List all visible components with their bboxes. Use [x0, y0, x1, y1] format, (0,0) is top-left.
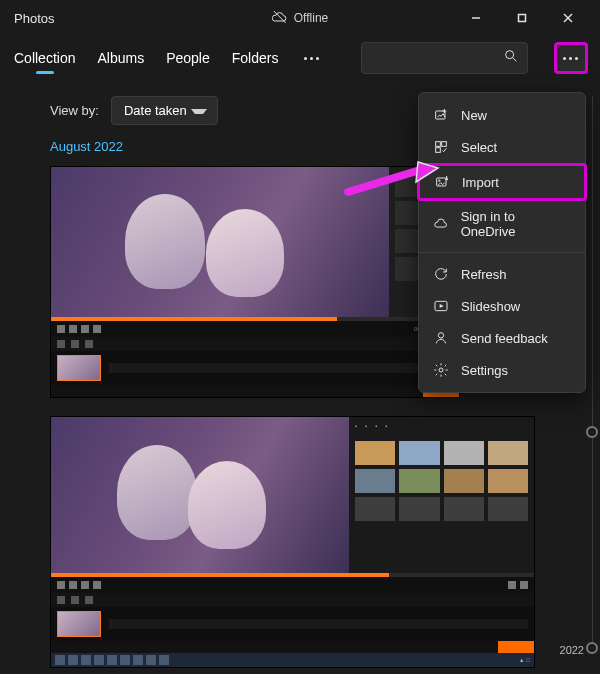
svg-point-18 [439, 368, 443, 372]
search-input[interactable] [361, 42, 528, 74]
ellipsis-icon [563, 57, 578, 60]
menu-refresh[interactable]: Refresh [419, 258, 585, 290]
search-icon [503, 48, 519, 68]
progress-bar [51, 573, 534, 577]
settings-icon [433, 362, 449, 378]
menu-select[interactable]: Select [419, 131, 585, 163]
window-close-button[interactable] [546, 4, 590, 32]
editor-footer [51, 641, 534, 653]
taskbar: ▲ □ [51, 653, 534, 667]
feedback-icon [433, 330, 449, 346]
photo-thumbnail[interactable]: •••• ▲ □ [50, 416, 535, 668]
menu-new[interactable]: New [419, 99, 585, 131]
annotation-arrow [340, 160, 440, 204]
refresh-icon [433, 266, 449, 282]
video-preview [51, 417, 349, 573]
media-gallery: •••• [349, 417, 534, 573]
timeline-track [51, 607, 534, 641]
menu-slideshow[interactable]: Slideshow [419, 290, 585, 322]
offline-status: Offline [272, 9, 328, 28]
svg-point-17 [438, 333, 443, 338]
window-minimize-button[interactable] [454, 4, 498, 32]
video-preview [51, 167, 389, 317]
app-title: Photos [10, 11, 54, 26]
svg-rect-11 [442, 142, 447, 147]
cloud-off-icon [272, 9, 288, 28]
svg-line-19 [348, 170, 420, 192]
scroll-end [586, 642, 598, 654]
tab-folders[interactable]: Folders [230, 44, 281, 72]
editor-toolbar [51, 337, 459, 351]
menu-send-feedback[interactable]: Send feedback [419, 322, 585, 354]
tab-albums[interactable]: Albums [95, 44, 146, 72]
svg-rect-2 [519, 15, 526, 22]
svg-rect-10 [436, 142, 441, 147]
more-icon [304, 57, 319, 60]
tabs-overflow-button[interactable] [298, 44, 325, 72]
progress-bar [51, 317, 459, 321]
editor-toolbar [51, 593, 534, 607]
svg-marker-20 [416, 162, 438, 182]
player-controls [51, 577, 534, 593]
window-maximize-button[interactable] [500, 4, 544, 32]
timeline-year: 2022 [560, 644, 584, 656]
new-icon [433, 107, 449, 123]
view-by-select[interactable]: Date taken [111, 96, 218, 125]
svg-point-5 [505, 51, 513, 59]
slideshow-icon [433, 298, 449, 314]
select-icon [433, 139, 449, 155]
svg-line-6 [513, 58, 516, 61]
view-by-label: View by: [50, 103, 99, 118]
cloud-icon [433, 216, 449, 232]
more-options-button[interactable] [554, 42, 588, 74]
menu-import[interactable]: Import [417, 163, 587, 201]
more-options-menu: New Select Import Sign in to OneDrive Re… [418, 92, 586, 393]
timeline-track [51, 351, 459, 385]
scroll-thumb[interactable] [586, 426, 598, 438]
menu-sign-in-onedrive[interactable]: Sign in to OneDrive [419, 201, 585, 247]
tab-people[interactable]: People [164, 44, 212, 72]
editor-footer [51, 385, 459, 397]
tab-collection[interactable]: Collection [12, 44, 77, 72]
timeline-scrollbar[interactable]: 2022 [586, 96, 598, 654]
menu-settings[interactable]: Settings [419, 354, 585, 386]
svg-marker-16 [440, 304, 444, 308]
player-controls: 00:00 [51, 321, 459, 337]
svg-rect-12 [436, 148, 441, 153]
